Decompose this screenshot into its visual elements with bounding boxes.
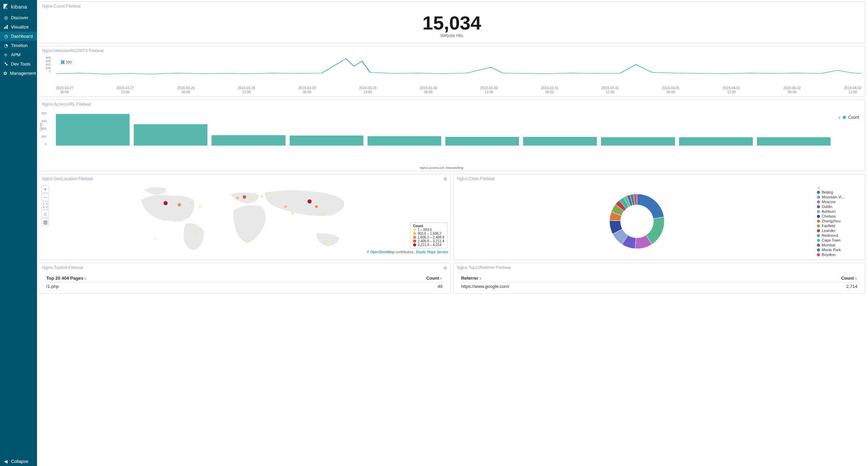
nav-visualize[interactable]: Visualize bbox=[0, 22, 37, 32]
app-name: kibana bbox=[11, 4, 27, 10]
ts-line bbox=[56, 56, 861, 77]
bar-chart[interactable]: Count 800 600 400 200 0 /setup-a-site-to… bbox=[39, 108, 834, 171]
panel-top404: Nginx:Top404:Filebeat ⚙︎ Top 20 404 Page… bbox=[38, 263, 450, 294]
wrench-icon: 🔧︎ bbox=[3, 62, 8, 67]
ts-tick: 2019-04-0112:00 bbox=[723, 86, 740, 94]
svg-point-7 bbox=[199, 206, 201, 208]
legend-item[interactable]: Redmond bbox=[817, 233, 861, 238]
kibana-logo-icon bbox=[3, 3, 9, 10]
map-legend-row: 3,211.4 – 4,014 bbox=[413, 243, 444, 247]
bar[interactable] bbox=[757, 137, 831, 145]
panel-gear-icon[interactable]: ⚙︎ bbox=[443, 265, 447, 270]
table-row[interactable]: https://www.google.com/2,714 bbox=[459, 282, 859, 291]
map[interactable]: + − ⛶ ⌂ ▥ bbox=[39, 183, 450, 255]
svg-point-17 bbox=[322, 212, 324, 214]
col-page[interactable]: Top 20 404 Pages⇅ bbox=[44, 274, 319, 282]
sidebar-collapse[interactable]: ◀ Collapse bbox=[0, 457, 37, 466]
chart-icon bbox=[3, 25, 8, 30]
sort-icon: ⇅ bbox=[855, 277, 857, 280]
logo[interactable]: kibana bbox=[0, 0, 37, 13]
zoom-in-button[interactable]: + bbox=[41, 185, 49, 193]
legend-item[interactable]: Leander bbox=[817, 228, 861, 233]
legend-item[interactable]: Dublin bbox=[817, 204, 861, 209]
ts-tick: 2019-03-2712:00 bbox=[117, 86, 134, 94]
bar-xlabel: nginx.access.url: Descending bbox=[52, 166, 831, 170]
fit-bounds-button[interactable]: ⛶ bbox=[41, 202, 49, 209]
legend-dot-icon bbox=[817, 191, 820, 194]
legend-dot-icon bbox=[817, 229, 820, 232]
map-layers-button[interactable]: ▥ bbox=[41, 218, 49, 226]
legend-dot-icon bbox=[817, 200, 820, 203]
donut-legend: ◑ BeijingMountain Vi...MoscowDublinAshbu… bbox=[817, 185, 861, 257]
legend-toggle-icon[interactable]: ◑ bbox=[817, 186, 820, 189]
legend-dot-icon bbox=[413, 232, 416, 235]
donut-wrap: ◑ BeijingMountain Vi...MoscowDublinAshbu… bbox=[454, 183, 865, 260]
donut-slice[interactable] bbox=[637, 194, 664, 219]
zoom-out-button[interactable]: − bbox=[41, 194, 49, 201]
dashboard-main: Nginx:Count:Filebeat 15,034 Website Hits… bbox=[37, 0, 868, 466]
bar[interactable] bbox=[212, 135, 285, 145]
row-tables: Nginx:Top404:Filebeat ⚙︎ Top 20 404 Page… bbox=[38, 263, 865, 294]
nav-discover[interactable]: ◎Discover bbox=[0, 13, 37, 22]
bar[interactable] bbox=[601, 137, 675, 145]
legend-dot-icon bbox=[817, 205, 820, 208]
panel-title: Nginx:Top404:Filebeat bbox=[39, 263, 450, 271]
osm-link[interactable]: OpenStreetMap bbox=[370, 250, 395, 254]
nav-apm[interactable]: ⎋APM bbox=[0, 50, 37, 59]
nav-devtools[interactable]: 🔧︎Dev Tools bbox=[0, 59, 37, 69]
bar[interactable] bbox=[290, 136, 363, 145]
row-geo-cities: Nginx:GeoLocation:Filebeat ⚙︎ + − ⛶ ⌂ ▥ bbox=[38, 174, 865, 260]
bar[interactable] bbox=[134, 124, 207, 145]
svg-point-9 bbox=[243, 195, 246, 199]
legend-item[interactable]: Menlo Park bbox=[817, 247, 861, 252]
ts-legend[interactable]: 200 bbox=[59, 59, 73, 65]
timeseries-chart[interactable]: 800 600 400 200 0 200 bbox=[56, 56, 861, 83]
ts-tick: 2019-03-2800:00 bbox=[177, 86, 195, 94]
panel-gear-icon[interactable]: ⚙︎ bbox=[443, 176, 447, 182]
clock-icon: ◔ bbox=[3, 43, 8, 48]
col-referrer[interactable]: Referrer⇅ bbox=[459, 274, 747, 282]
legend-item[interactable]: Boydton bbox=[817, 252, 861, 257]
svg-point-20 bbox=[195, 233, 197, 235]
legend-item[interactable]: ◑ Count bbox=[837, 115, 861, 120]
legend-item[interactable]: Fairfield bbox=[817, 223, 861, 228]
legend-dot-icon bbox=[817, 220, 820, 223]
nav-management[interactable]: ✿Management bbox=[0, 69, 37, 78]
legend-item[interactable]: Chelsea bbox=[817, 214, 861, 219]
collapse-icon: ◀ bbox=[3, 459, 8, 464]
map-legend-row: 1 – 803.6 bbox=[413, 228, 444, 232]
bar[interactable] bbox=[523, 137, 597, 145]
legend-item[interactable]: Beijing bbox=[817, 190, 861, 195]
sort-icon: ⇅ bbox=[84, 277, 87, 280]
table-row[interactable]: /1.php48 bbox=[44, 282, 445, 291]
legend-dot-icon bbox=[817, 215, 820, 218]
panel-title: Nginx:Cities:Filebeat bbox=[454, 174, 865, 183]
svg-point-18 bbox=[245, 240, 247, 242]
nav-dashboard[interactable]: ◷Dashboard bbox=[0, 32, 37, 41]
nav: ◎Discover Visualize ◷Dashboard ◔Timelion… bbox=[0, 13, 37, 78]
legend-dot-icon bbox=[817, 244, 820, 247]
bar[interactable] bbox=[445, 137, 519, 145]
top404-table: Top 20 404 Pages⇅ Count⇅ /1.php48 bbox=[44, 274, 445, 291]
legend-item[interactable]: Moscow bbox=[817, 199, 861, 204]
col-count[interactable]: Count⇅ bbox=[319, 274, 445, 282]
map-home-button[interactable]: ⌂ bbox=[41, 210, 49, 218]
svg-point-19 bbox=[326, 240, 328, 242]
legend-item[interactable]: Zhengzhou bbox=[817, 219, 861, 223]
legend-item[interactable]: Mumbai bbox=[817, 243, 861, 247]
svg-point-21 bbox=[155, 238, 156, 240]
svg-point-4 bbox=[164, 201, 168, 205]
legend-item[interactable]: Mountain Vi... bbox=[817, 195, 861, 199]
nav-timelion[interactable]: ◔Timelion bbox=[0, 41, 37, 50]
legend-item[interactable]: Cape Town bbox=[817, 238, 861, 243]
legend-item[interactable]: Ashburn bbox=[817, 209, 861, 214]
panel-accessurl: Nginx:AccessURL:Filebeat Count 800 600 4… bbox=[38, 100, 865, 171]
donut-chart[interactable] bbox=[457, 187, 817, 256]
ems-link[interactable]: Elastic Maps Service bbox=[416, 250, 448, 254]
map-legend-row: 803.6 – 1,606.2 bbox=[413, 232, 444, 235]
panel-title: Nginx:AccessURL:Filebeat bbox=[39, 100, 865, 108]
svg-point-5 bbox=[178, 203, 181, 207]
bar-panel: Count 800 600 400 200 0 /setup-a-site-to… bbox=[39, 108, 865, 171]
ts-tick: 2019-03-3012:00 bbox=[480, 86, 498, 94]
col-count[interactable]: Count⇅ bbox=[747, 274, 859, 282]
